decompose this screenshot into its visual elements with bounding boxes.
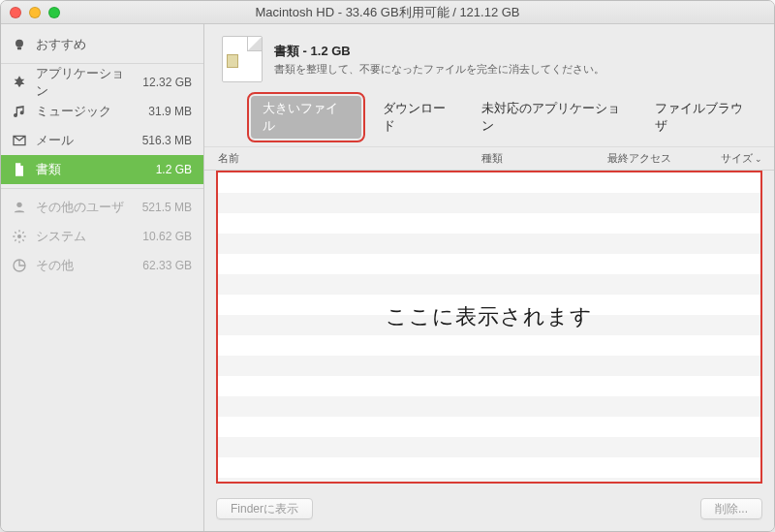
- tab-unsupported[interactable]: 未対応のアプリケーション: [480, 96, 634, 139]
- sidebar-separator: [1, 63, 203, 64]
- window-title: Macintosh HD - 33.46 GB利用可能 / 121.12 GB: [1, 4, 774, 21]
- tab-label: 未対応のアプリケーション: [481, 101, 620, 133]
- category-header: 書類 - 1.2 GB 書類を整理して、不要になったファイルを完全に消去してくだ…: [204, 24, 774, 92]
- applications-icon: [11, 74, 28, 91]
- sidebar-item-mail[interactable]: メール 516.3 MB: [1, 126, 203, 155]
- sidebar-item-size: 10.62 GB: [142, 230, 192, 243]
- category-subtitle: 書類を整理して、不要になったファイルを完全に消去してください。: [274, 62, 604, 77]
- window-controls: [10, 7, 60, 18]
- pie-icon: [11, 257, 28, 274]
- zoom-window-button[interactable]: [48, 7, 60, 18]
- gear-icon: [11, 228, 28, 245]
- sidebar-item-size: 31.9 MB: [148, 105, 192, 118]
- col-kind[interactable]: 種類: [481, 151, 607, 166]
- tab-label: ダウンロード: [383, 101, 446, 133]
- col-name[interactable]: 名前: [218, 151, 481, 166]
- minimize-window-button[interactable]: [29, 7, 41, 18]
- tab-label: ファイルブラウザ: [655, 101, 743, 133]
- tab-large-files[interactable]: 大きいファイル: [251, 96, 361, 139]
- sidebar-item-size: 1.2 GB: [156, 163, 192, 176]
- storage-management-window: Macintosh HD - 33.46 GB利用可能 / 121.12 GB …: [0, 0, 775, 532]
- sidebar-item-label: メール: [36, 132, 135, 149]
- sidebar-item-label: 書類: [36, 161, 148, 178]
- file-list[interactable]: ここに表示されます: [216, 171, 762, 484]
- sidebar-item-recommended[interactable]: おすすめ: [1, 30, 203, 59]
- footer: Finderに表示 削除...: [204, 489, 774, 531]
- sidebar-item-size: 521.5 MB: [142, 201, 192, 214]
- tabbar: 大きいファイル ダウンロード 未対応のアプリケーション ファイルブラウザ: [204, 92, 774, 146]
- document-archive-icon: [222, 36, 263, 82]
- documents-icon: [11, 161, 28, 178]
- users-icon: [11, 199, 28, 216]
- sidebar-item-label: システム: [36, 228, 135, 245]
- sidebar-item-other[interactable]: その他 62.33 GB: [1, 251, 203, 280]
- tab-file-browser[interactable]: ファイルブラウザ: [653, 96, 757, 139]
- sidebar-item-system[interactable]: システム 10.62 GB: [1, 222, 203, 251]
- sidebar-item-applications[interactable]: アプリケーション 12.32 GB: [1, 68, 203, 97]
- svg-point-2: [16, 203, 21, 207]
- sidebar-item-size: 516.3 MB: [142, 134, 192, 147]
- sidebar-item-label: アプリケーション: [36, 65, 135, 100]
- list-placeholder: ここに表示されます: [218, 302, 760, 331]
- sidebar-item-label: ミュージック: [36, 103, 140, 120]
- music-icon: [11, 103, 28, 120]
- column-headers: 名前 種類 最終アクセス サイズ⌄: [204, 146, 774, 171]
- sidebar-item-music[interactable]: ミュージック 31.9 MB: [1, 97, 203, 126]
- sidebar-separator: [1, 188, 203, 189]
- svg-point-0: [16, 40, 23, 47]
- sidebar-item-documents[interactable]: 書類 1.2 GB: [1, 155, 203, 184]
- tab-label: 大きいファイル: [263, 101, 338, 133]
- show-in-finder-button[interactable]: Finderに表示: [216, 498, 313, 519]
- sidebar-item-size: 12.32 GB: [142, 76, 192, 89]
- sidebar-item-label: おすすめ: [36, 36, 184, 53]
- sort-indicator-icon: ⌄: [755, 154, 762, 164]
- svg-point-3: [17, 235, 21, 238]
- col-size[interactable]: サイズ⌄: [704, 151, 762, 166]
- close-window-button[interactable]: [10, 7, 21, 18]
- sidebar-item-label: その他: [36, 257, 135, 274]
- tab-downloads[interactable]: ダウンロード: [381, 96, 459, 139]
- titlebar: Macintosh HD - 33.46 GB利用可能 / 121.12 GB: [1, 1, 774, 24]
- col-accessed[interactable]: 最終アクセス: [607, 151, 704, 166]
- main-pane: 書類 - 1.2 GB 書類を整理して、不要になったファイルを完全に消去してくだ…: [204, 24, 774, 531]
- svg-rect-1: [17, 47, 21, 50]
- sidebar-item-other-users[interactable]: その他のユーザ 521.5 MB: [1, 193, 203, 222]
- lightbulb-icon: [11, 36, 28, 53]
- category-title: 書類 - 1.2 GB: [274, 43, 604, 60]
- mail-icon: [11, 132, 28, 149]
- sidebar-item-label: その他のユーザ: [36, 199, 135, 216]
- sidebar-item-size: 62.33 GB: [142, 259, 192, 272]
- sidebar: おすすめ アプリケーション 12.32 GB ミュージック 31.9 MB: [1, 24, 204, 531]
- delete-button[interactable]: 削除...: [700, 498, 762, 519]
